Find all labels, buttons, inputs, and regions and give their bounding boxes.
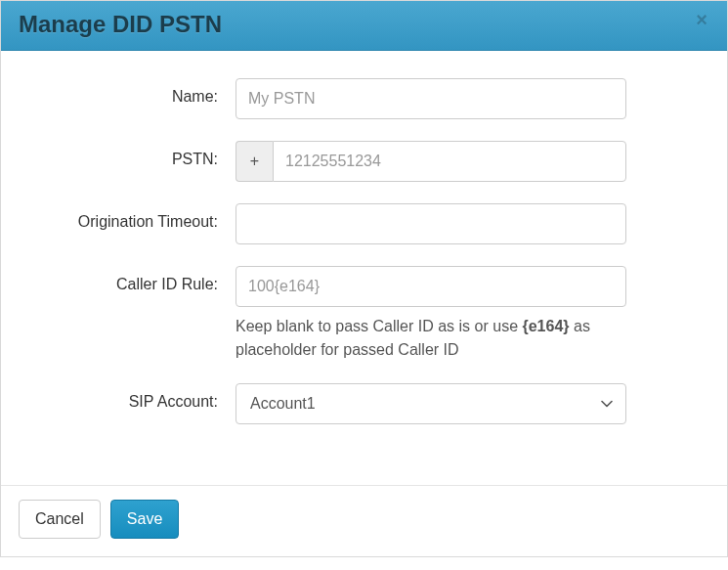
field-row-sip-account: SIP Account: Account1 [30, 383, 698, 424]
pstn-prefix: + [236, 141, 273, 182]
pstn-input[interactable] [273, 141, 626, 182]
name-input[interactable] [236, 78, 626, 119]
manage-did-pstn-dialog: Manage DID PSTN × Name: PSTN: + Originat… [0, 0, 728, 557]
dialog-title: Manage DID PSTN [19, 11, 709, 38]
sip-account-selected-value: Account1 [250, 395, 316, 413]
pstn-label: PSTN: [30, 141, 236, 168]
help-text-pre: Keep blank to pass Caller ID as is or us… [236, 318, 522, 334]
name-label: Name: [30, 78, 236, 106]
sip-account-label: SIP Account: [30, 383, 236, 411]
field-row-origination-timeout: Origination Timeout: [30, 203, 698, 244]
origination-timeout-input[interactable] [236, 203, 626, 244]
cancel-button[interactable]: Cancel [19, 500, 101, 539]
help-text-placeholder-token: {e164} [522, 318, 569, 334]
origination-timeout-label: Origination Timeout: [30, 203, 236, 231]
close-icon[interactable]: × [690, 9, 713, 30]
field-row-name: Name: [30, 78, 698, 119]
dialog-header: Manage DID PSTN × [1, 1, 727, 51]
caller-id-rule-label: Caller ID Rule: [30, 266, 236, 293]
caller-id-rule-input[interactable] [236, 266, 626, 307]
field-row-pstn: PSTN: + [30, 141, 698, 182]
save-button[interactable]: Save [110, 500, 179, 539]
caller-id-rule-help: Keep blank to pass Caller ID as is or us… [236, 315, 626, 362]
dialog-body: Name: PSTN: + Origination Timeout: Calle… [1, 51, 727, 456]
field-row-caller-id-rule: Caller ID Rule: Keep blank to pass Calle… [30, 266, 698, 362]
sip-account-select[interactable]: Account1 [236, 383, 626, 424]
dialog-footer: Cancel Save [1, 485, 727, 556]
